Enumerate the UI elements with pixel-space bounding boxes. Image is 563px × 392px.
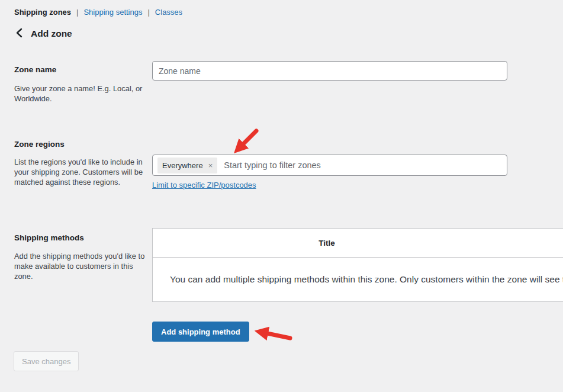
column-header-title: Title [153, 239, 501, 248]
table-empty-row: You can add multiple shipping methods wi… [153, 258, 563, 301]
zone-regions-label: Zone regions [14, 140, 65, 149]
chevron-left-icon [15, 28, 23, 40]
nav-item-classes[interactable]: Classes [155, 8, 182, 17]
back-button[interactable] [15, 28, 25, 39]
table-header-row: Title [153, 229, 563, 258]
empty-methods-message: You can add multiple shipping methods wi… [153, 274, 563, 285]
add-shipping-method-button[interactable]: Add shipping method [152, 322, 249, 342]
zone-name-label: Zone name [14, 65, 56, 74]
zone-regions-description: List the regions you'd like to include i… [14, 157, 149, 187]
region-tag-everywhere: Everywhere × [157, 158, 217, 173]
nav-item-shipping-zones[interactable]: Shipping zones [14, 8, 71, 17]
remove-tag-icon[interactable]: × [208, 162, 213, 169]
settings-nav: Shipping zones | Shipping settings | Cla… [14, 8, 182, 17]
page-title: Add zone [31, 28, 72, 39]
shipping-methods-table: Title You can add multiple shipping meth… [152, 228, 563, 302]
region-tag-label: Everywhere [162, 161, 203, 170]
nav-separator: | [76, 8, 78, 17]
limit-postcodes-link[interactable]: Limit to specific ZIP/postcodes [152, 181, 256, 189]
nav-item-shipping-settings[interactable]: Shipping settings [83, 8, 142, 17]
shipping-methods-description: Add the shipping methods you'd like to m… [14, 251, 149, 281]
nav-separator: | [147, 8, 149, 17]
zone-name-description: Give your zone a name! E.g. Local, or Wo… [14, 83, 144, 104]
zone-name-input[interactable] [152, 61, 507, 81]
zone-regions-filter-input[interactable] [223, 160, 502, 171]
page-heading: Add zone [15, 28, 72, 39]
shipping-methods-label: Shipping methods [14, 233, 84, 242]
save-changes-button[interactable]: Save changes [14, 351, 79, 371]
annotation-arrow-add-method-icon [245, 323, 295, 344]
zone-regions-select[interactable]: Everywhere × [152, 155, 507, 176]
